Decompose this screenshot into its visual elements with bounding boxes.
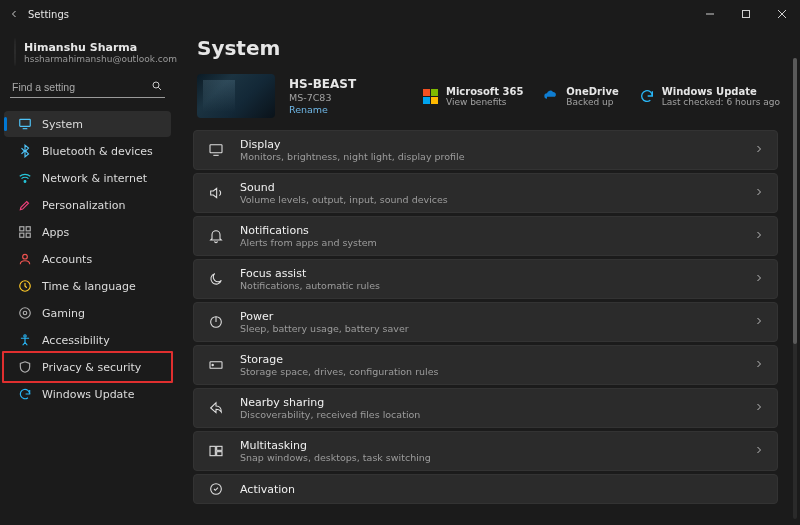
scrollbar-thumb[interactable] [793, 58, 797, 344]
clock-icon [18, 279, 32, 293]
close-button[interactable] [764, 0, 800, 28]
device-model: MS-7C83 [289, 92, 356, 103]
tile-windows-update[interactable]: Windows Update Last checked: 6 hours ago [639, 86, 780, 107]
update-icon [639, 88, 655, 104]
sidebar-item-personalization[interactable]: Personalization [4, 192, 171, 218]
minimize-button[interactable] [692, 0, 728, 28]
window-title: Settings [28, 9, 69, 20]
sidebar-item-gaming[interactable]: Gaming [4, 300, 171, 326]
svg-point-6 [24, 181, 26, 183]
back-button[interactable] [0, 0, 28, 28]
svg-rect-9 [20, 233, 24, 237]
tile-title: OneDrive [566, 86, 618, 97]
card-sub: Monitors, brightness, night light, displ… [240, 151, 465, 162]
card-display[interactable]: DisplayMonitors, brightness, night light… [193, 130, 778, 170]
chevron-right-icon [753, 401, 765, 416]
sidebar-nav: System Bluetooth & devices Network & int… [0, 106, 175, 407]
card-nearby[interactable]: Nearby sharingDiscoverability, received … [193, 388, 778, 428]
power-icon [208, 314, 224, 330]
sidebar-item-network[interactable]: Network & internet [4, 165, 171, 191]
svg-rect-8 [26, 227, 30, 231]
update-icon [18, 387, 32, 401]
tile-sub: View benefits [446, 97, 523, 107]
card-title: Activation [240, 483, 295, 496]
tile-title: Microsoft 365 [446, 86, 523, 97]
rename-link[interactable]: Rename [289, 104, 356, 115]
avatar [14, 38, 16, 66]
card-title: Display [240, 138, 465, 151]
apps-icon [18, 225, 32, 239]
card-sub: Storage space, drives, configuration rul… [240, 366, 439, 377]
svg-point-14 [23, 311, 27, 315]
sidebar-item-update[interactable]: Windows Update [4, 381, 171, 407]
multitasking-icon [208, 443, 224, 459]
sidebar-item-label: Time & language [42, 280, 136, 293]
tile-microsoft365[interactable]: Microsoft 365 View benefits [423, 86, 523, 107]
sidebar-item-system[interactable]: System [4, 111, 171, 137]
card-focus[interactable]: Focus assistNotifications, automatic rul… [193, 259, 778, 299]
sidebar-item-accessibility[interactable]: Accessibility [4, 327, 171, 353]
sidebar-item-bluetooth[interactable]: Bluetooth & devices [4, 138, 171, 164]
svg-point-21 [212, 364, 213, 365]
scrollbar[interactable] [793, 58, 797, 519]
card-title: Sound [240, 181, 448, 194]
sidebar-item-label: Personalization [42, 199, 125, 212]
card-storage[interactable]: StorageStorage space, drives, configurat… [193, 345, 778, 385]
card-sound[interactable]: SoundVolume levels, output, input, sound… [193, 173, 778, 213]
tile-sub: Backed up [566, 97, 618, 107]
card-notifications[interactable]: NotificationsAlerts from apps and system [193, 216, 778, 256]
sidebar-item-apps[interactable]: Apps [4, 219, 171, 245]
svg-point-13 [20, 308, 31, 319]
svg-rect-24 [217, 452, 222, 456]
chevron-right-icon [753, 229, 765, 244]
main-content: System HS-BEAST MS-7C83 Rename Microsoft… [175, 28, 800, 525]
svg-point-11 [23, 254, 28, 259]
svg-rect-4 [20, 119, 31, 126]
card-multitasking[interactable]: MultitaskingSnap windows, desktops, task… [193, 431, 778, 471]
user-name: Himanshu Sharma [24, 41, 177, 54]
chevron-right-icon [753, 272, 765, 287]
titlebar: Settings [0, 0, 800, 28]
window-controls [692, 0, 800, 28]
tile-sub: Last checked: 6 hours ago [662, 97, 780, 107]
sidebar-item-label: System [42, 118, 83, 131]
card-title: Storage [240, 353, 439, 366]
sidebar: Himanshu Sharma hssharmahimanshu@outlook… [0, 28, 175, 525]
bell-icon [208, 228, 224, 244]
sidebar-item-privacy[interactable]: Privacy & security [4, 354, 171, 380]
moon-icon [208, 271, 224, 287]
card-sub: Sleep, battery usage, battery saver [240, 323, 409, 334]
user-icon [18, 252, 32, 266]
brush-icon [18, 198, 32, 212]
card-power[interactable]: PowerSleep, battery usage, battery saver [193, 302, 778, 342]
search-icon [151, 80, 163, 95]
wifi-icon [18, 171, 32, 185]
share-icon [208, 400, 224, 416]
tile-onedrive[interactable]: OneDrive Backed up [543, 86, 618, 107]
sidebar-item-label: Windows Update [42, 388, 134, 401]
card-activation[interactable]: Activation [193, 474, 778, 504]
chevron-right-icon [753, 143, 765, 158]
card-title: Power [240, 310, 409, 323]
chevron-right-icon [753, 358, 765, 373]
page-title: System [197, 36, 790, 60]
device-thumbnail [197, 74, 275, 118]
sidebar-item-accounts[interactable]: Accounts [4, 246, 171, 272]
settings-list: DisplayMonitors, brightness, night light… [193, 130, 790, 504]
card-title: Notifications [240, 224, 377, 237]
onedrive-icon [543, 88, 559, 104]
card-sub: Alerts from apps and system [240, 237, 377, 248]
svg-point-2 [153, 82, 159, 88]
user-block[interactable]: Himanshu Sharma hssharmahimanshu@outlook… [0, 34, 175, 76]
sound-icon [208, 185, 224, 201]
card-sub: Snap windows, desktops, task switching [240, 452, 431, 463]
search-input[interactable] [10, 76, 165, 97]
sidebar-item-time[interactable]: Time & language [4, 273, 171, 299]
card-title: Multitasking [240, 439, 431, 452]
system-hero: HS-BEAST MS-7C83 Rename Microsoft 365 Vi… [193, 70, 790, 130]
system-icon [18, 117, 32, 131]
svg-line-3 [158, 87, 161, 90]
maximize-button[interactable] [728, 0, 764, 28]
search-field[interactable] [10, 76, 165, 98]
microsoft365-icon [423, 88, 439, 104]
